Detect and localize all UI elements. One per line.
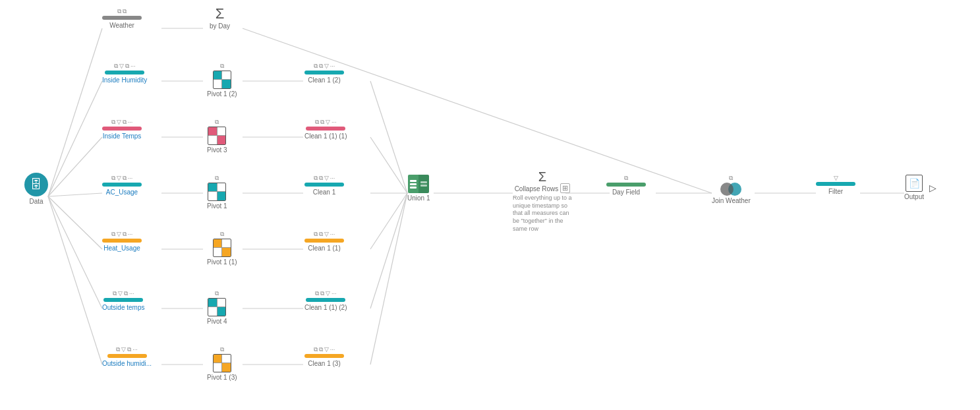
outside-humidi-label: Outside humidi... [102, 360, 152, 367]
pivot3-label: Pivot 3 [207, 146, 227, 154]
flow-canvas: 🗄 Data ⧉⧉ Weather Σ by Day ⧉▽⧉··· Inside… [0, 0, 980, 410]
pivot3-icon [208, 127, 226, 145]
pivot1-3-label: Pivot 1 (3) [207, 374, 237, 381]
outside-temps-bar [103, 298, 143, 302]
inside-temps-bar [102, 127, 142, 131]
pivot1-label: Pivot 1 [207, 202, 227, 210]
union1-label: Union 1 [407, 194, 430, 202]
clean1-1-bar [304, 239, 344, 243]
svg-line-23 [370, 193, 407, 249]
clean1-label: Clean 1 [313, 189, 335, 196]
clean1-2-label: Clean 1 (2) [308, 76, 340, 84]
pivot1-2-label: Pivot 1 (2) [207, 90, 237, 98]
pivot3-node[interactable]: ⧉ Pivot 3 [207, 119, 227, 154]
svg-line-1 [48, 81, 102, 196]
pivot1-2-icon [213, 71, 231, 89]
ac-usage-node[interactable]: ⧉▽⧉··· AC_Usage [102, 175, 142, 196]
byday-sigma-icon: Σ [216, 7, 225, 21]
output-node[interactable]: 📄 Output ▷ [904, 175, 938, 200]
inside-humidity-bar [105, 71, 144, 74]
inside-temps-node[interactable]: ⧉▽⧉··· Inside Temps [102, 119, 142, 140]
weather-label: Weather [109, 22, 134, 29]
clean1-1-2-node[interactable]: ⧉⧉▽··· Clean 1 (1) (2) [304, 290, 347, 311]
inside-humidity-node[interactable]: ⧉▽⧉··· Inside Humidity [102, 63, 147, 84]
union1-node[interactable]: Union 1 [407, 175, 430, 202]
day-field-bar [606, 183, 646, 187]
clean1-1-1-node[interactable]: ⧉⧉▽··· Clean 1 (1) (1) [304, 119, 347, 140]
clean1-1-1-label: Clean 1 (1) (1) [304, 132, 347, 140]
pivot1-3-node[interactable]: ⧉ Pivot 1 (3) [207, 346, 237, 381]
svg-line-25 [370, 193, 407, 365]
svg-line-6 [48, 196, 102, 365]
join-weather-node[interactable]: ⧉ Join Weather [712, 175, 751, 204]
filter-node[interactable]: ▽ Filter [816, 175, 855, 195]
ac-usage-bar [102, 183, 142, 187]
svg-line-20 [370, 81, 407, 193]
clean1-3-node[interactable]: ⧉⧉▽··· Clean 1 (3) [304, 346, 344, 367]
pivot1-3-icon [213, 354, 231, 372]
svg-line-4 [48, 196, 102, 249]
data-source-icon: 🗄 [24, 173, 48, 196]
svg-line-2 [48, 137, 102, 196]
filter-label: Filter [828, 188, 843, 195]
pivot1-1-label: Pivot 1 (1) [207, 258, 237, 266]
svg-line-5 [48, 196, 102, 308]
outside-temps-node[interactable]: ⧉▽⧉··· Outside temps [102, 290, 144, 311]
outside-humidi-bar [107, 354, 147, 358]
clean1-2-bar [304, 71, 344, 74]
clean1-node[interactable]: ⧉⧉▽··· Clean 1 [304, 175, 344, 196]
svg-line-24 [370, 193, 407, 308]
collapse-rows-note-icon: ⊞ [560, 183, 570, 193]
pivot4-label: Pivot 4 [207, 318, 227, 325]
filter-bar [816, 182, 855, 186]
pivot1-icon [208, 183, 226, 201]
byday-label: by Day [210, 22, 230, 30]
pivot4-icon [208, 298, 226, 316]
heat-usage-node[interactable]: ⧉▽⧉··· Heat_Usage [102, 231, 142, 252]
collapse-rows-label: Collapse Rows [515, 185, 559, 192]
pivot1-1-icon [213, 239, 231, 257]
svg-line-21 [370, 137, 407, 193]
collapse-rows-node[interactable]: Σ Collapse Rows ⊞ Roll everything up to … [513, 170, 572, 233]
pivot4-node[interactable]: ⧉ Pivot 4 [207, 290, 227, 325]
outside-humidi-node[interactable]: ⧉▽⧉··· Outside humidi... [102, 346, 152, 367]
weather-node[interactable]: ⧉⧉ Weather [102, 8, 142, 29]
byday-node[interactable]: Σ by Day [210, 7, 230, 30]
run-button[interactable]: ▷ [927, 182, 938, 194]
svg-line-29 [243, 28, 712, 193]
union1-icon [408, 175, 429, 193]
clean1-1-label: Clean 1 (1) [308, 245, 340, 252]
pivot1-1-node[interactable]: ⧉ Pivot 1 (1) [207, 231, 237, 266]
clean1-2-node[interactable]: ⧉⧉▽··· Clean 1 (2) [304, 63, 344, 84]
data-source-node[interactable]: 🗄 Data [24, 173, 48, 205]
clean1-1-node[interactable]: ⧉⧉▽··· Clean 1 (1) [304, 231, 344, 252]
pivot1-2-node[interactable]: ⧉ Pivot 1 (2) [207, 63, 237, 98]
heat-usage-bar [102, 239, 142, 243]
day-field-node[interactable]: ⧉ Day Field [606, 175, 646, 196]
join-weather-icon [720, 183, 741, 196]
join-weather-label: Join Weather [712, 197, 751, 204]
day-field-label: Day Field [612, 189, 640, 196]
collapse-rows-note: Roll everything up to a unique timestamp… [513, 194, 572, 233]
clean1-1-2-bar [306, 298, 345, 302]
clean1-bar [304, 183, 344, 187]
clean1-1-1-bar [306, 127, 345, 131]
svg-line-0 [48, 28, 102, 196]
clean1-3-bar [304, 354, 344, 358]
weather-icons: ⧉⧉ [117, 8, 127, 15]
clean1-1-2-label: Clean 1 (1) (2) [304, 304, 347, 311]
output-icon: 📄 [906, 175, 923, 192]
inside-temps-label: Inside Temps [103, 132, 142, 140]
collapse-rows-sigma-icon: Σ [538, 170, 546, 183]
data-source-label: Data [29, 198, 43, 205]
inside-humidity-label: Inside Humidity [102, 76, 147, 84]
heat-usage-label: Heat_Usage [103, 245, 140, 252]
weather-bar [102, 16, 142, 20]
outside-temps-label: Outside temps [102, 304, 144, 311]
svg-line-3 [48, 193, 102, 196]
output-label: Output [904, 193, 924, 200]
pivot1-node[interactable]: ⧉ Pivot 1 [207, 175, 227, 210]
ac-usage-label: AC_Usage [106, 189, 138, 196]
clean1-3-label: Clean 1 (3) [308, 360, 340, 367]
